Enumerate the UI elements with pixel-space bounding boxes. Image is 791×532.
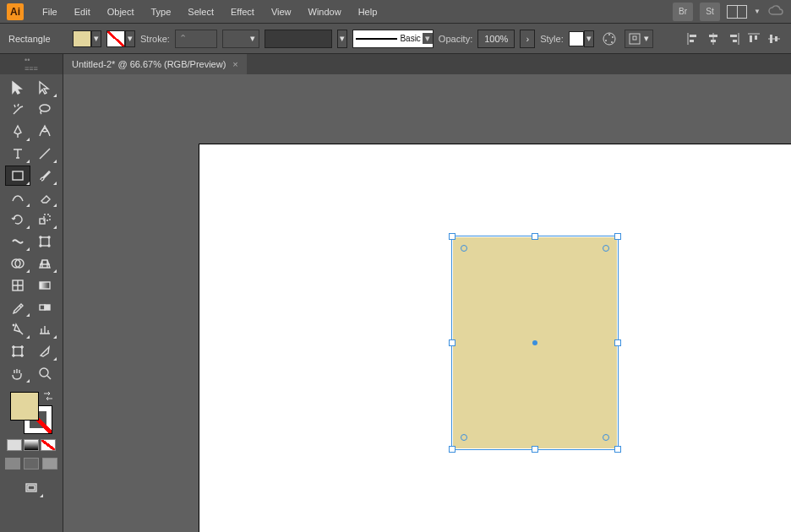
lasso-tool[interactable] bbox=[32, 100, 57, 120]
stroke-swatch[interactable]: ▾ bbox=[106, 30, 135, 47]
paintbrush-tool[interactable] bbox=[32, 166, 57, 186]
artboard-tool[interactable] bbox=[5, 341, 30, 361]
align-hcenter[interactable] bbox=[705, 30, 722, 48]
shape-builder-tool[interactable] bbox=[5, 253, 30, 274]
svg-rect-20 bbox=[770, 35, 772, 43]
brush-definition[interactable]: Basic▾ bbox=[352, 30, 434, 48]
variable-width-profile[interactable]: ▾ bbox=[222, 30, 259, 48]
handle-n[interactable] bbox=[532, 233, 538, 240]
gradient-tool[interactable] bbox=[32, 275, 57, 296]
column-graph-tool[interactable] bbox=[32, 319, 57, 339]
screen-mode[interactable] bbox=[19, 478, 44, 498]
corner-radius-nw[interactable] bbox=[461, 245, 467, 252]
svg-rect-9 bbox=[690, 40, 694, 42]
menu-help[interactable]: Help bbox=[350, 7, 386, 17]
shaper-tool[interactable] bbox=[5, 187, 30, 208]
svg-rect-14 bbox=[730, 35, 737, 37]
canvas[interactable] bbox=[63, 74, 791, 532]
tab-close-icon[interactable]: × bbox=[232, 59, 237, 69]
sync-icon[interactable] bbox=[767, 4, 784, 19]
rectangle-tool[interactable] bbox=[5, 166, 30, 186]
svg-point-38 bbox=[40, 368, 48, 377]
svg-rect-17 bbox=[750, 35, 752, 42]
stock-button[interactable]: St bbox=[700, 3, 720, 21]
mesh-tool[interactable] bbox=[5, 275, 30, 296]
align-top[interactable] bbox=[745, 30, 762, 48]
svg-rect-40 bbox=[28, 486, 35, 490]
stroke-weight-input[interactable]: ⌃ bbox=[175, 30, 217, 48]
menu-view[interactable]: View bbox=[263, 7, 300, 17]
perspective-grid-tool[interactable] bbox=[32, 253, 57, 274]
shape-type-label: Rectangle bbox=[8, 34, 68, 44]
brush-preview[interactable] bbox=[265, 30, 332, 48]
document-tab[interactable]: Untitled-2* @ 66.67% (RGB/Preview) × bbox=[63, 54, 247, 74]
hand-tool[interactable] bbox=[5, 363, 30, 383]
line-tool[interactable] bbox=[32, 144, 57, 164]
type-tool[interactable] bbox=[5, 144, 30, 164]
handle-sw[interactable] bbox=[449, 446, 456, 453]
handle-w[interactable] bbox=[449, 339, 456, 346]
width-tool[interactable] bbox=[5, 231, 30, 252]
menu-edit[interactable]: Edit bbox=[66, 7, 99, 17]
eraser-tool[interactable] bbox=[32, 187, 57, 208]
recolor-icon[interactable] bbox=[599, 31, 619, 46]
menu-select[interactable]: Select bbox=[179, 7, 222, 17]
none-mode[interactable] bbox=[41, 439, 56, 451]
arrange-documents-button[interactable] bbox=[727, 5, 747, 19]
scale-tool[interactable] bbox=[32, 209, 57, 230]
swap-fill-stroke-icon[interactable] bbox=[42, 390, 54, 402]
menu-effect[interactable]: Effect bbox=[222, 7, 263, 17]
draw-normal[interactable] bbox=[5, 458, 20, 470]
blend-tool[interactable] bbox=[32, 297, 57, 318]
fill-stroke-indicator[interactable] bbox=[8, 390, 54, 436]
svg-rect-23 bbox=[13, 171, 23, 180]
symbol-sprayer-tool[interactable] bbox=[5, 319, 30, 339]
graphic-style[interactable]: ▾ bbox=[569, 30, 594, 47]
align-right[interactable] bbox=[725, 30, 742, 48]
draw-behind[interactable] bbox=[24, 458, 39, 470]
handle-s[interactable] bbox=[532, 446, 538, 453]
corner-radius-ne[interactable] bbox=[603, 245, 609, 252]
fill-box[interactable] bbox=[10, 392, 39, 421]
color-mode[interactable] bbox=[7, 439, 22, 451]
menu-object[interactable]: Object bbox=[99, 7, 143, 17]
pen-tool[interactable] bbox=[5, 122, 30, 142]
align-vcenter[interactable] bbox=[766, 30, 783, 48]
slice-tool[interactable] bbox=[32, 341, 57, 361]
svg-rect-5 bbox=[630, 34, 640, 44]
fill-swatch[interactable]: ▾ bbox=[73, 30, 101, 47]
eyedropper-tool[interactable] bbox=[5, 297, 30, 318]
handle-e[interactable] bbox=[614, 339, 621, 346]
align-to-dropdown[interactable]: ▾ bbox=[625, 30, 653, 48]
rotate-tool[interactable] bbox=[5, 209, 30, 230]
opacity-input[interactable]: 100% bbox=[477, 30, 515, 48]
artboard[interactable] bbox=[199, 144, 791, 532]
handle-ne[interactable] bbox=[614, 233, 621, 240]
document-tabs: ••≡≡≡ Untitled-2* @ 66.67% (RGB/Preview)… bbox=[0, 54, 791, 74]
free-transform-tool[interactable] bbox=[32, 231, 57, 252]
handle-nw[interactable] bbox=[449, 233, 456, 240]
handle-se[interactable] bbox=[614, 446, 621, 453]
gradient-mode[interactable] bbox=[24, 439, 39, 451]
selection-bounding-box[interactable] bbox=[451, 236, 619, 450]
menu-window[interactable]: Window bbox=[300, 7, 350, 17]
bridge-button[interactable]: Br bbox=[673, 3, 693, 21]
direct-selection-tool[interactable] bbox=[32, 78, 57, 98]
svg-rect-21 bbox=[775, 36, 777, 41]
menu-type[interactable]: Type bbox=[143, 7, 180, 17]
menu-file[interactable]: File bbox=[34, 7, 66, 17]
magic-wand-tool[interactable] bbox=[5, 100, 30, 120]
center-point[interactable] bbox=[532, 340, 537, 345]
svg-point-27 bbox=[40, 236, 41, 238]
curvature-tool[interactable] bbox=[32, 122, 57, 142]
svg-rect-15 bbox=[733, 40, 737, 42]
opacity-flyout[interactable]: › bbox=[520, 30, 535, 48]
zoom-tool[interactable] bbox=[32, 363, 57, 383]
panel-expander[interactable]: ••≡≡≡ bbox=[0, 54, 63, 74]
align-left[interactable] bbox=[685, 30, 701, 48]
selection-tool[interactable] bbox=[5, 78, 30, 98]
corner-radius-se[interactable] bbox=[603, 434, 609, 441]
draw-inside[interactable] bbox=[42, 458, 57, 470]
svg-rect-37 bbox=[14, 347, 22, 356]
corner-radius-sw[interactable] bbox=[461, 434, 467, 441]
